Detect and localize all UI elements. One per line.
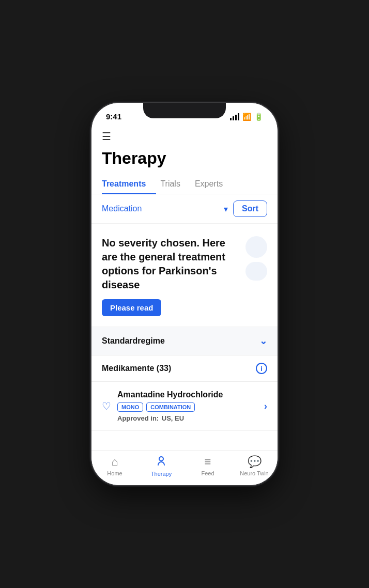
favorite-icon[interactable]: ♡ xyxy=(102,400,111,412)
tab-treatments[interactable]: Treatments xyxy=(102,174,156,194)
info-button[interactable]: i xyxy=(256,363,267,374)
drug-tag-mono: MONO xyxy=(117,403,143,412)
bottom-nav: ⌂ Home Therapy ≡ Feed 💬 Neuro Twin xyxy=(91,451,278,485)
wifi-icon: 📶 xyxy=(242,113,251,121)
chevron-down-icon: ▾ xyxy=(224,204,228,214)
standardregime-section[interactable]: Standardregime ⌄ xyxy=(91,327,278,355)
nav-therapy-label: Therapy xyxy=(151,471,172,477)
signal-icon xyxy=(230,113,239,120)
pill-illustrations xyxy=(245,236,267,281)
standardregime-label: Standardregime xyxy=(102,336,165,346)
home-icon: ⌂ xyxy=(111,455,118,469)
status-bar: 9:41 📶 🔋 xyxy=(91,103,278,124)
medikamente-label: Medikamente (33) xyxy=(102,364,171,373)
please-read-button[interactable]: Please read xyxy=(102,299,161,316)
phone-frame: 9:41 📶 🔋 ☰ xyxy=(91,103,278,485)
battery-icon: 🔋 xyxy=(254,113,263,121)
nav-feed[interactable]: ≡ Feed xyxy=(185,455,231,477)
drug-row: ♡ Amantadine Hydrochloride MONO COMBINAT… xyxy=(91,382,278,431)
drug-info: Amantadine Hydrochloride MONO COMBINATIO… xyxy=(117,390,258,422)
drug-tag-combination: COMBINATION xyxy=(146,403,195,412)
drug-tags: MONO COMBINATION xyxy=(117,403,258,412)
screen-content: ☰ Therapy Treatments Trials Experts xyxy=(91,124,278,451)
nav-home-label: Home xyxy=(107,470,122,476)
neurotwin-icon: 💬 xyxy=(248,455,262,469)
page-title: Therapy xyxy=(91,145,278,174)
info-card: No severity chosen. Here are the general… xyxy=(91,224,278,327)
filter-row: Medication ▾ Sort xyxy=(91,194,278,224)
info-text: No severity chosen. Here are the general… xyxy=(102,236,239,316)
tabs-container: Treatments Trials Experts xyxy=(91,174,278,194)
feed-icon: ≡ xyxy=(205,455,211,469)
tab-experts[interactable]: Experts xyxy=(195,174,233,194)
drug-approved: Approved in: US, EU xyxy=(117,414,258,422)
top-bar: ☰ xyxy=(91,124,278,145)
status-time: 9:41 xyxy=(106,112,121,121)
drug-chevron-icon[interactable]: › xyxy=(264,401,267,412)
drug-name: Amantadine Hydrochloride xyxy=(117,390,258,399)
chevron-down-icon: ⌄ xyxy=(259,335,267,347)
status-icons: 📶 🔋 xyxy=(230,113,263,121)
svg-point-0 xyxy=(159,457,163,461)
therapy-icon xyxy=(156,455,167,469)
info-headline: No severity chosen. Here are the general… xyxy=(102,236,239,292)
medikamente-row: Medikamente (33) i xyxy=(91,355,278,382)
nav-therapy[interactable]: Therapy xyxy=(138,455,185,477)
nav-feed-label: Feed xyxy=(201,470,214,476)
hamburger-menu-button[interactable]: ☰ xyxy=(102,128,267,145)
pill-icon-2 xyxy=(245,262,267,281)
sort-button[interactable]: Sort xyxy=(233,200,267,217)
phone-screen: 9:41 📶 🔋 ☰ xyxy=(91,103,278,485)
tab-trials[interactable]: Trials xyxy=(160,174,191,194)
notch xyxy=(151,103,218,117)
medication-dropdown[interactable]: Medication ▾ xyxy=(102,204,228,214)
nav-home[interactable]: ⌂ Home xyxy=(91,455,138,477)
pill-icon-1 xyxy=(245,236,267,258)
medication-label: Medication xyxy=(102,204,142,213)
nav-neurotwin-label: Neuro Twin xyxy=(240,470,268,476)
nav-neurotwin[interactable]: 💬 Neuro Twin xyxy=(231,455,278,477)
